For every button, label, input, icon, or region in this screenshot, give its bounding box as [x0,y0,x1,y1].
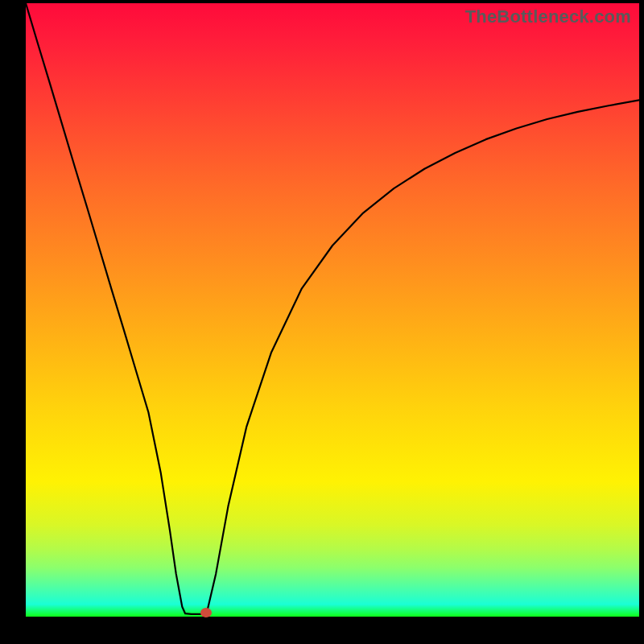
plot-area: TheBottleneck.com [26,3,639,617]
bottleneck-curve [26,3,639,617]
chart-frame: TheBottleneck.com [26,3,639,617]
optimal-point-marker [200,608,212,617]
